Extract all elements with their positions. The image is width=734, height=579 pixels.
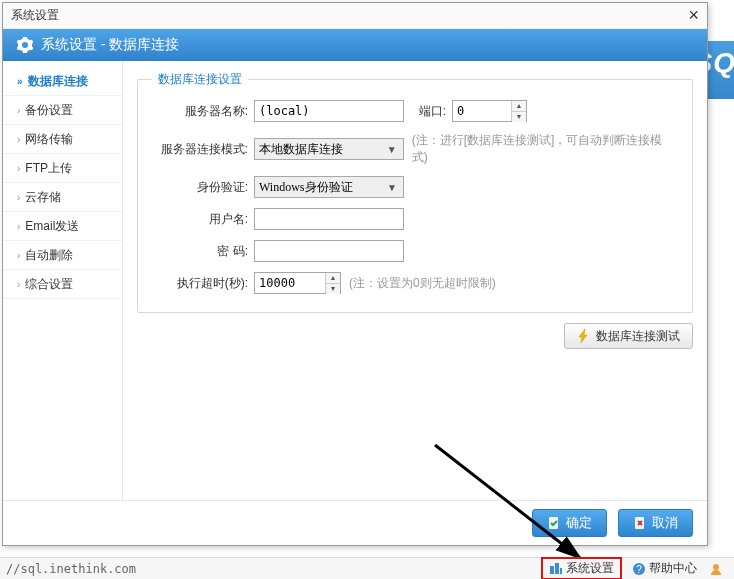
chevron-icon (17, 250, 20, 261)
sidebar-item-label: FTP上传 (25, 160, 72, 177)
test-connection-button[interactable]: 数据库连接测试 (564, 323, 693, 349)
settings-dialog: 系统设置 × 系统设置 - 数据库连接 数据库连接 备份设置 网络传输 FTP上… (2, 2, 708, 546)
cancel-doc-icon (633, 516, 647, 530)
status-bar: //sql.inethink.com 系统设置 ? 帮助中心 (0, 557, 734, 579)
mode-select[interactable]: 本地数据库连接 ▼ (254, 138, 404, 160)
svg-point-8 (713, 564, 719, 570)
dialog-title: 系统设置 (11, 7, 688, 24)
chevron-down-icon: ▼ (385, 182, 399, 193)
user-icon (709, 562, 723, 576)
chevron-icon (17, 134, 20, 145)
chevron-icon (17, 76, 23, 87)
sidebar-item-label: 综合设置 (25, 276, 73, 293)
port-label: 端口: (404, 103, 452, 120)
auth-value: Windows身份验证 (259, 179, 385, 196)
sidebar-item-ftp[interactable]: FTP上传 (3, 154, 122, 183)
chevron-icon (17, 279, 20, 290)
sidebar-item-label: Email发送 (25, 218, 79, 235)
spin-down-icon[interactable]: ▼ (512, 112, 526, 122)
chevron-icon (17, 221, 20, 232)
cancel-label: 取消 (652, 514, 678, 532)
gear-icon (17, 37, 33, 53)
chevron-icon (17, 105, 20, 116)
pass-label: 密 码: (152, 243, 254, 260)
user-label: 用户名: (152, 211, 254, 228)
svg-rect-0 (549, 517, 558, 529)
check-doc-icon (547, 516, 561, 530)
ok-button[interactable]: 确定 (532, 509, 607, 537)
svg-text:?: ? (636, 564, 642, 575)
timeout-note: (注：设置为0则无超时限制) (349, 275, 496, 292)
settings-main: 数据库连接设置 服务器名称: 端口: ▲▼ 服务器连接模式: 本地数据库连接 ▼ (123, 61, 707, 500)
chevron-icon (17, 192, 20, 203)
user-input[interactable] (254, 208, 404, 230)
dialog-header: 系统设置 - 数据库连接 (3, 29, 707, 61)
auth-label: 身份验证: (152, 179, 254, 196)
timeout-stepper[interactable]: ▲▼ (254, 272, 341, 294)
ok-label: 确定 (566, 514, 592, 532)
settings-icon (549, 562, 563, 576)
spin-down-icon[interactable]: ▼ (326, 284, 340, 294)
sidebar-item-label: 网络传输 (25, 131, 73, 148)
timeout-input[interactable] (255, 273, 325, 293)
dialog-titlebar: 系统设置 × (3, 3, 707, 29)
chevron-down-icon: ▼ (385, 144, 399, 155)
svg-rect-4 (555, 563, 559, 574)
timeout-label: 执行超时(秒): (152, 275, 254, 292)
settings-sidebar: 数据库连接 备份设置 网络传输 FTP上传 云存储 Email发送 自动删除 综… (3, 61, 123, 500)
sidebar-item-cloud[interactable]: 云存储 (3, 183, 122, 212)
statusbar-system-settings-label: 系统设置 (566, 560, 614, 577)
port-input[interactable] (453, 101, 511, 121)
statusbar-help[interactable]: ? 帮助中心 (626, 559, 703, 578)
group-legend: 数据库连接设置 (152, 71, 248, 88)
sidebar-item-db-connection[interactable]: 数据库连接 (3, 67, 122, 96)
sidebar-item-label: 自动删除 (25, 247, 73, 264)
statusbar-system-settings[interactable]: 系统设置 (541, 557, 622, 579)
mode-note: (注：进行[数据库连接测试]，可自动判断连接模式) (412, 132, 678, 166)
sidebar-item-label: 云存储 (25, 189, 61, 206)
statusbar-user[interactable] (707, 561, 728, 577)
db-connection-group: 数据库连接设置 服务器名称: 端口: ▲▼ 服务器连接模式: 本地数据库连接 ▼ (137, 71, 693, 313)
mode-label: 服务器连接模式: (152, 141, 254, 158)
server-label: 服务器名称: (152, 103, 254, 120)
spin-up-icon[interactable]: ▲ (512, 101, 526, 112)
spin-up-icon[interactable]: ▲ (326, 273, 340, 284)
server-input[interactable] (254, 100, 404, 122)
sidebar-item-network[interactable]: 网络传输 (3, 125, 122, 154)
statusbar-help-label: 帮助中心 (649, 560, 697, 577)
sidebar-item-email[interactable]: Email发送 (3, 212, 122, 241)
svg-rect-5 (560, 568, 562, 574)
mode-value: 本地数据库连接 (259, 141, 385, 158)
chevron-icon (17, 163, 20, 174)
sidebar-item-backup[interactable]: 备份设置 (3, 96, 122, 125)
lightning-icon (577, 329, 591, 343)
test-connection-label: 数据库连接测试 (596, 328, 680, 345)
pass-input[interactable] (254, 240, 404, 262)
auth-select[interactable]: Windows身份验证 ▼ (254, 176, 404, 198)
dialog-footer: 确定 取消 (3, 500, 707, 545)
sidebar-item-autodelete[interactable]: 自动删除 (3, 241, 122, 270)
dialog-header-title: 系统设置 - 数据库连接 (41, 36, 179, 54)
status-url: //sql.inethink.com (6, 562, 136, 576)
cancel-button[interactable]: 取消 (618, 509, 693, 537)
close-icon[interactable]: × (688, 5, 699, 26)
sidebar-item-label: 数据库连接 (28, 73, 88, 90)
help-icon: ? (632, 562, 646, 576)
sidebar-item-general[interactable]: 综合设置 (3, 270, 122, 299)
sidebar-item-label: 备份设置 (25, 102, 73, 119)
svg-rect-3 (550, 566, 554, 574)
port-stepper[interactable]: ▲▼ (452, 100, 527, 122)
